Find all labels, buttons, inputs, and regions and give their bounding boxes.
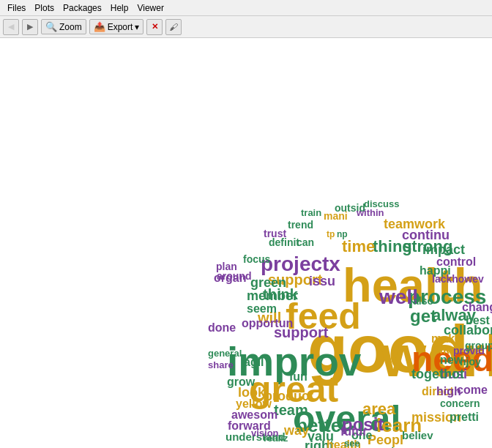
word-81: Peopl (368, 433, 403, 447)
word-62: also (413, 296, 433, 306)
word-83: futur (340, 426, 367, 438)
word-27: area (362, 401, 395, 417)
word-94: share (208, 360, 234, 370)
word-41: agil (244, 356, 264, 368)
word-46: focus (243, 254, 270, 264)
word-55: discuss (364, 199, 399, 209)
word-45: around (217, 271, 251, 281)
word-65: best (466, 315, 490, 326)
word-28: team (274, 403, 308, 417)
word-23: support (274, 325, 328, 340)
menu-viewer[interactable]: Viewer (133, 3, 168, 13)
export-arrow-icon: ▾ (135, 22, 139, 32)
back-button[interactable]: ◀ (3, 19, 19, 35)
menu-help[interactable]: Help (106, 3, 133, 13)
menu-files[interactable]: Files (3, 3, 30, 13)
word-64: chang (462, 302, 492, 313)
word-49: can (297, 237, 314, 247)
menu-packages[interactable]: Packages (59, 3, 106, 13)
word-21: seem (247, 303, 277, 315)
word-33: grow (227, 376, 255, 388)
forward-button[interactable]: ▶ (22, 19, 38, 35)
word-77: come (457, 384, 488, 396)
word-79: pretti (450, 411, 479, 423)
word-15: time (342, 239, 375, 255)
export-button[interactable]: 📤 Export ▾ (89, 19, 144, 34)
word-40: fun (289, 371, 308, 383)
word-92: vision (251, 428, 279, 438)
toolbar: ◀ ▶ 🔍 Zoom 📤 Export ▾ ✕ 🖌 (0, 16, 492, 38)
word-51: train (301, 208, 321, 217)
zoom-button[interactable]: 🔍 Zoom (41, 19, 86, 34)
export-icon: 📤 (94, 21, 105, 32)
word-20: member (247, 289, 298, 302)
word-19: green (250, 276, 286, 289)
word-95: issu (309, 275, 335, 288)
word-96: tp (327, 230, 335, 239)
word-58: impact (422, 243, 465, 256)
word-70: njoy (460, 356, 481, 367)
word-61: lackhowev (432, 274, 484, 284)
menubar: Files Plots Packages Help Viewer (0, 0, 492, 16)
word-80: believ (402, 430, 433, 441)
word-93: general (208, 348, 242, 358)
menu-plots[interactable]: Plots (30, 3, 59, 13)
word-57: continu (402, 228, 450, 242)
close-button[interactable]: ✕ (146, 19, 163, 35)
word-71: group (465, 340, 492, 351)
word-48: definit (269, 237, 299, 247)
word-10: well (379, 287, 418, 307)
zoom-icon: 🔍 (45, 21, 57, 32)
wordcloud-container: goodworkhealthimprovgreatoveralfeedneedp… (0, 38, 492, 448)
word-73: togethot (411, 367, 464, 381)
zoom-label: Zoom (59, 22, 82, 32)
clear-button[interactable]: 🖌 (165, 19, 182, 35)
wordcloud: goodworkhealthimprovgreatoveralfeedneedp… (0, 38, 492, 448)
word-29: product (264, 389, 313, 403)
export-label: Export (108, 22, 133, 32)
word-42: done (208, 322, 236, 334)
word-97: np (337, 230, 348, 239)
word-50: trend (288, 220, 313, 230)
word-76: concern (440, 398, 480, 408)
